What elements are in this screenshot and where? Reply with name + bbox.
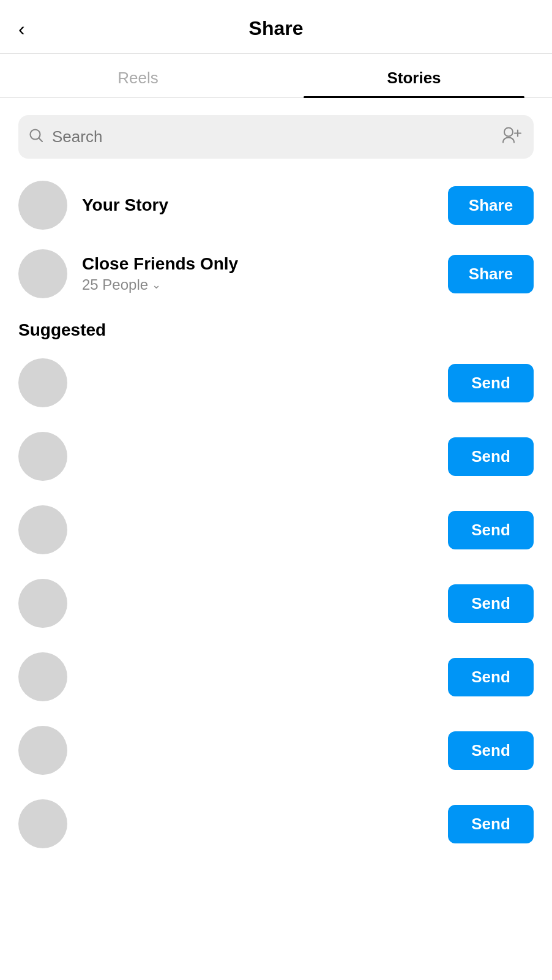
close-friends-share-button[interactable]: Share bbox=[448, 255, 534, 293]
chevron-down-icon: ⌄ bbox=[152, 278, 161, 292]
tabs-container: Reels Stories bbox=[0, 54, 552, 98]
suggested-avatar-6 bbox=[18, 726, 67, 775]
close-friends-item: Close Friends Only 25 People ⌄ Share bbox=[0, 239, 552, 308]
suggested-avatar-2 bbox=[18, 432, 67, 481]
suggested-list: Send Send Send Send Send Send Send bbox=[0, 346, 552, 861]
close-friends-name: Close Friends Only bbox=[82, 254, 448, 274]
suggested-avatar-5 bbox=[18, 652, 67, 701]
your-story-info: Your Story bbox=[82, 195, 448, 215]
send-button-7[interactable]: Send bbox=[448, 805, 534, 843]
suggested-item-3: Send bbox=[0, 493, 552, 567]
suggested-item-4: Send bbox=[0, 567, 552, 640]
page-title: Share bbox=[249, 17, 304, 40]
send-button-5[interactable]: Send bbox=[448, 658, 534, 696]
svg-line-1 bbox=[39, 138, 43, 141]
your-story-name: Your Story bbox=[82, 195, 448, 215]
send-button-1[interactable]: Send bbox=[448, 364, 534, 402]
suggested-avatar-7 bbox=[18, 799, 67, 848]
search-container bbox=[18, 115, 534, 159]
send-button-6[interactable]: Send bbox=[448, 731, 534, 770]
send-button-3[interactable]: Send bbox=[448, 511, 534, 549]
your-story-item: Your Story Share bbox=[0, 171, 552, 239]
suggested-item-6: Send bbox=[0, 714, 552, 787]
back-button[interactable]: ‹ bbox=[18, 19, 25, 39]
suggested-item-5: Send bbox=[0, 640, 552, 714]
suggested-avatar-1 bbox=[18, 358, 67, 407]
suggested-avatar-3 bbox=[18, 505, 67, 554]
suggested-section-header: Suggested bbox=[0, 308, 552, 346]
suggested-item-1: Send bbox=[0, 346, 552, 420]
add-people-icon[interactable] bbox=[502, 126, 523, 148]
send-button-2[interactable]: Send bbox=[448, 437, 534, 476]
tab-stories[interactable]: Stories bbox=[276, 54, 552, 97]
header: ‹ Share bbox=[0, 0, 552, 54]
close-friends-sub[interactable]: 25 People ⌄ bbox=[82, 276, 448, 293]
close-friends-avatar bbox=[18, 249, 67, 298]
close-friends-count: 25 People bbox=[82, 276, 148, 293]
suggested-item-2: Send bbox=[0, 420, 552, 493]
close-friends-info: Close Friends Only 25 People ⌄ bbox=[82, 254, 448, 293]
your-story-avatar bbox=[18, 181, 67, 230]
your-story-share-button[interactable]: Share bbox=[448, 186, 534, 225]
search-icon bbox=[29, 129, 43, 146]
suggested-item-7: Send bbox=[0, 787, 552, 861]
tab-reels[interactable]: Reels bbox=[0, 54, 276, 97]
search-input[interactable] bbox=[18, 115, 534, 159]
svg-point-2 bbox=[504, 127, 513, 136]
suggested-avatar-4 bbox=[18, 579, 67, 628]
send-button-4[interactable]: Send bbox=[448, 584, 534, 623]
